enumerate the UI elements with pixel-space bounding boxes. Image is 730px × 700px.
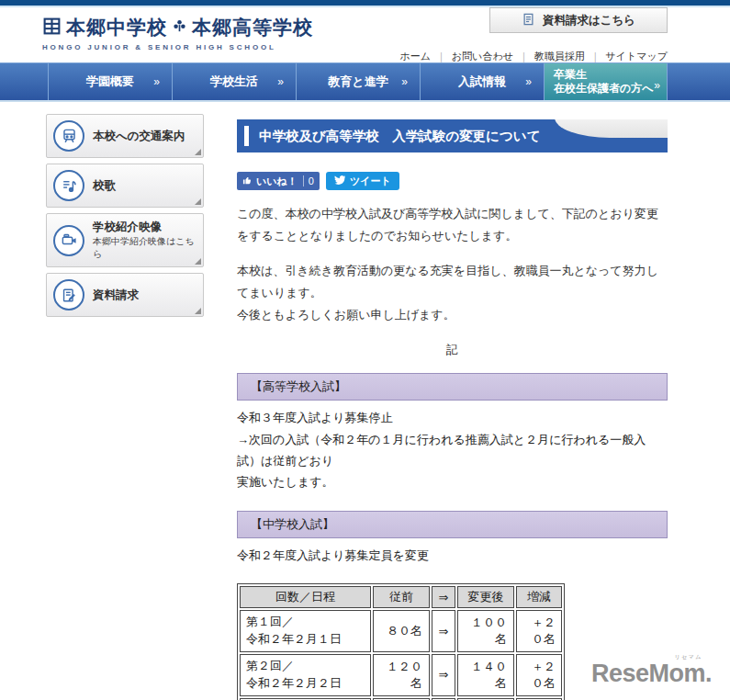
nav-item-school-life[interactable]: 学校生活 » (172, 63, 296, 100)
chevron-right-icon: » (654, 79, 660, 92)
cell-after: １００名 (457, 610, 514, 652)
sidebar-item-label: 本校への交通案内 (93, 129, 185, 143)
school-emblem-icon (42, 17, 62, 40)
thumbs-up-icon (242, 175, 253, 187)
facebook-like-button[interactable]: いいね！ 0 (237, 172, 320, 190)
link-separator: ｜ (436, 50, 446, 63)
sidebar-item-label: 資料請求 (93, 288, 139, 302)
sidebar-item-label: 校歌 (93, 178, 116, 193)
cell-diff: ＋２０名 (516, 610, 562, 652)
utility-links: ホーム ｜ お問い合わせ ｜ 教職員採用 ｜ サイトマップ (400, 50, 668, 63)
document-icon (522, 12, 535, 29)
main-content: 中学校及び高等学校 入学試験の変更について いいね！ 0 ツイート (237, 119, 668, 700)
announcement-paragraph-1: この度、本校の中学校入試及び高等学校入試に関しまして、下記のとおり変更をすること… (237, 203, 668, 247)
nav-item-education[interactable]: 教育と進学 » (296, 63, 420, 100)
train-icon (53, 120, 84, 152)
music-note-icon (53, 170, 84, 201)
section-heading-highschool: 【高等学校入試】 (237, 373, 668, 401)
twitter-bird-icon (334, 175, 345, 187)
nav-label: 学校生活 (210, 73, 258, 90)
tweet-button[interactable]: ツイート (326, 172, 399, 190)
cell-arrow: ⇒ (432, 654, 455, 696)
chevron-right-icon: » (153, 75, 160, 88)
link-contact[interactable]: お問い合わせ (452, 50, 513, 63)
col-header-after: 変更後 (457, 586, 514, 608)
link-recruit[interactable]: 教職員採用 (534, 50, 585, 63)
sidebar-item-school-song[interactable]: 校歌 (46, 164, 204, 208)
nav-spacer (0, 63, 48, 100)
col-header-before: 従前 (373, 586, 430, 608)
document-request-label: 資料請求はこちら (543, 13, 635, 28)
cell-diff: ＋２０名 (516, 654, 562, 696)
school-name-senior: 本郷高等学校 (192, 15, 313, 40)
sidebar-item-brochure-request[interactable]: 資料請求 (46, 273, 204, 317)
page-title-bar: 中学校及び高等学校 入学試験の変更について (237, 119, 668, 152)
link-separator: ｜ (590, 50, 601, 63)
page-title: 中学校及び高等学校 入学試験の変更について (237, 119, 668, 152)
nav-label: 卒業生 在校生保護者の方へ (545, 68, 654, 96)
announcement-paragraph-2: 本校は、引き続き教育活動の更なる充実を目指し、教職員一丸となって努力してまいりま… (237, 260, 668, 326)
page: 本郷中学校 本郷高等学校 HONGO JUNIOR & SENIOR HIGH … (0, 0, 730, 700)
table-row: 第２回／ 令和２年２月２日 １２０名 ⇒ １４０名 ＋２０名 (240, 654, 562, 696)
site-logo[interactable]: 本郷中学校 本郷高等学校 HONGO JUNIOR & SENIOR HIGH … (42, 15, 313, 51)
like-count: 0 (303, 175, 314, 186)
nav-label: 入試情報 (458, 73, 506, 90)
school-crest-icon (172, 18, 187, 38)
cell-after: １４０名 (457, 654, 514, 696)
resemom-logo-ruby: リセマム (674, 654, 702, 660)
section-body-highschool: 令和３年度入試より募集停止 →次回の入試（令和２年の１月に行われる推薦入試と２月… (237, 407, 668, 493)
col-header-schedule: 回数／日程 (240, 586, 371, 608)
chevron-right-icon: » (277, 75, 284, 88)
video-camera-icon (53, 225, 84, 256)
cell-before: ８０名 (373, 610, 430, 652)
resemom-logo-text: ReseMom. (591, 660, 712, 687)
cell-schedule: 第２回／ 令和２年２月２日 (240, 654, 371, 696)
col-header-arrow: ⇒ (432, 586, 455, 608)
table-row: 第１回／ 令和２年２月１日 ８０名 ⇒ １００名 ＋２０名 (240, 610, 562, 652)
tweet-label: ツイート (350, 175, 391, 188)
cell-arrow: ⇒ (432, 610, 455, 652)
table-header-row: 回数／日程 従前 ⇒ 変更後 増減 (240, 586, 562, 608)
social-buttons: いいね！ 0 ツイート (237, 172, 668, 190)
nav-item-admissions[interactable]: 入試情報 » (420, 63, 544, 100)
resemom-logo: リセマム ReseMom. (591, 661, 712, 686)
nav-label: 学園概要 (86, 73, 134, 90)
nav-filler (667, 63, 730, 100)
sidebar-item-label: 学校紹介映像 (93, 220, 197, 234)
section-heading-juniorhigh: 【中学校入試】 (237, 511, 668, 538)
nav-item-alumni-parents[interactable]: 卒業生 在校生保護者の方へ » (544, 63, 667, 100)
section-body-juniorhigh: 令和２年度入試より募集定員を変更 (237, 545, 668, 566)
school-name-junior: 本郷中学校 (66, 15, 167, 40)
chevron-right-icon: » (525, 75, 532, 88)
top-strip (0, 0, 730, 7)
sidebar-item-intro-video[interactable]: 学校紹介映像 本郷中学紹介映像はこちら (46, 213, 204, 267)
sidebar-item-sublabel: 本郷中学紹介映像はこちら (93, 235, 197, 261)
site-header: 本郷中学校 本郷高等学校 HONGO JUNIOR & SENIOR HIGH … (0, 7, 730, 62)
sidebar: 本校への交通案内 校歌 学校紹介映像 (46, 114, 204, 322)
document-pen-icon (53, 279, 84, 310)
nav-item-overview[interactable]: 学園概要 » (48, 63, 172, 100)
link-home[interactable]: ホーム (400, 50, 432, 63)
school-name-english: HONGO JUNIOR & SENIOR HIGH SCHOOL (42, 43, 313, 51)
chevron-right-icon: » (401, 75, 408, 88)
ki-marker: 記 (237, 342, 668, 358)
global-nav: 学園概要 » 学校生活 » 教育と進学 » 入試情報 » 卒業生 在校生保護者の… (0, 62, 730, 102)
nav-label: 教育と進学 (328, 73, 387, 90)
like-label: いいね！ (256, 175, 298, 188)
link-sitemap[interactable]: サイトマップ (605, 50, 668, 63)
link-separator: ｜ (519, 50, 529, 63)
col-header-diff: 増減 (516, 586, 562, 608)
cell-schedule: 第１回／ 令和２年２月１日 (240, 610, 371, 652)
document-request-button[interactable]: 資料請求はこちら (489, 7, 668, 33)
capacity-change-table: 回数／日程 従前 ⇒ 変更後 増減 第１回／ 令和２年２月１日 ８０名 ⇒ １０… (237, 583, 565, 700)
cell-before: １２０名 (373, 654, 430, 696)
sidebar-item-access[interactable]: 本校への交通案内 (46, 114, 204, 158)
